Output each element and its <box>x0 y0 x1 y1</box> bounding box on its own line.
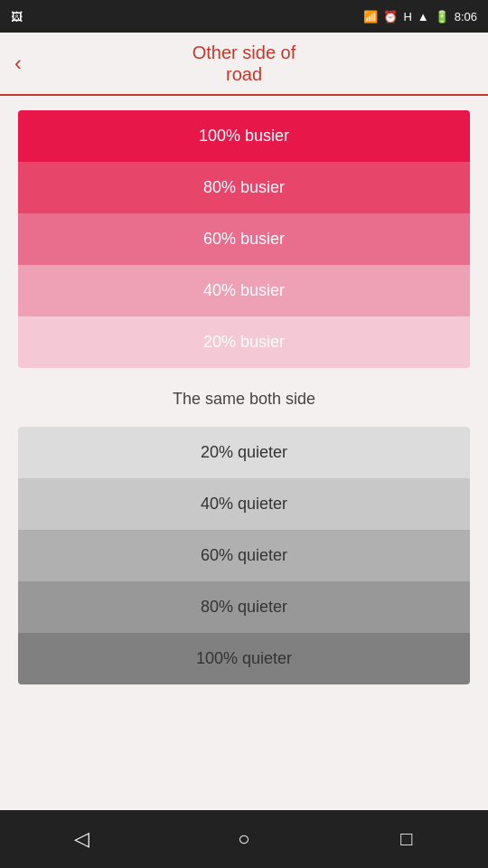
bottom-nav <box>0 810 488 868</box>
busier-item-1[interactable]: 80% busier <box>18 162 470 213</box>
quieter-item-4[interactable]: 100% quieter <box>18 633 470 684</box>
status-bar-left: 🖼 <box>11 10 23 24</box>
busier-item-2[interactable]: 60% busier <box>18 213 470 265</box>
image-icon: 🖼 <box>11 10 23 24</box>
status-bar-right: 📶 ⏰ H ▲ 🔋 8:06 <box>363 10 477 24</box>
battery-icon: 🔋 <box>435 10 449 24</box>
quieter-item-0[interactable]: 20% quieter <box>18 427 470 478</box>
busier-section: 100% busier80% busier60% busier40% busie… <box>18 110 470 368</box>
quieter-section: 20% quieter40% quieter60% quieter80% qui… <box>18 427 470 684</box>
busier-item-0[interactable]: 100% busier <box>18 110 470 162</box>
nav-back-button[interactable] <box>54 812 108 866</box>
page-header: ‹ Other side ofroad <box>0 33 488 96</box>
main-content: 100% busier80% busier60% busier40% busie… <box>0 96 488 810</box>
quieter-item-3[interactable]: 80% quieter <box>18 581 470 633</box>
same-label: The same both side <box>18 382 470 416</box>
quieter-item-2[interactable]: 60% quieter <box>18 530 470 581</box>
network-icon: ▲ <box>418 10 429 24</box>
page-title: Other side ofroad <box>192 42 296 85</box>
status-bar: 🖼 📶 ⏰ H ▲ 🔋 8:06 <box>0 0 488 33</box>
signal-icon: 📶 <box>363 10 378 24</box>
h-indicator: H <box>403 10 411 24</box>
busier-item-4[interactable]: 20% busier <box>18 316 470 368</box>
time-display: 8:06 <box>455 10 477 24</box>
quieter-item-1[interactable]: 40% quieter <box>18 478 470 530</box>
nav-recent-button[interactable] <box>380 812 434 866</box>
back-button[interactable]: ‹ <box>14 51 22 76</box>
busier-item-3[interactable]: 40% busier <box>18 265 470 316</box>
clock-icon: ⏰ <box>383 10 398 24</box>
nav-home-button[interactable] <box>217 812 271 866</box>
